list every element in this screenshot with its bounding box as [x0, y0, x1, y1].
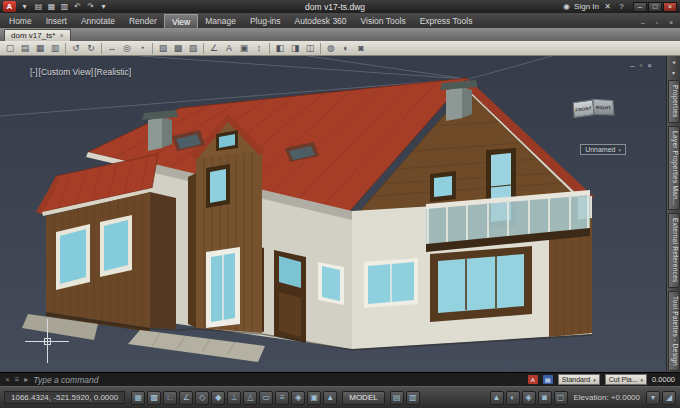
layers-icon[interactable]: ▧: [156, 42, 170, 55]
plot-icon[interactable]: ▥: [59, 1, 70, 12]
quick-properties-toggle[interactable]: ▣: [307, 391, 321, 405]
tab-render[interactable]: Render: [122, 14, 164, 28]
osnap-3d-toggle[interactable]: ◆: [211, 391, 225, 405]
viewport-close-icon[interactable]: ×: [647, 61, 652, 70]
palette-tab-properties[interactable]: Properties: [668, 80, 680, 123]
match-properties-icon[interactable]: ▨: [186, 42, 200, 55]
layer-properties-icon[interactable]: ▩: [171, 42, 185, 55]
visual-style-select[interactable]: Standard ▾: [558, 374, 600, 385]
tab-express-tools[interactable]: Express Tools: [413, 14, 480, 28]
dock-menu-icon[interactable]: ▾: [672, 69, 675, 77]
snap-toggle[interactable]: ▦: [131, 391, 145, 405]
tab-view[interactable]: View: [164, 14, 198, 28]
qat-dropdown-icon[interactable]: ▾: [98, 1, 109, 12]
palette-tab-external-references[interactable]: External References: [668, 213, 680, 288]
dyn-toggle[interactable]: ▭: [259, 391, 273, 405]
cut-plane-select[interactable]: Cut Pla... ▾: [605, 374, 647, 385]
help-icon[interactable]: ?: [616, 1, 627, 12]
redo-tool-icon[interactable]: ↻: [84, 42, 98, 55]
tab-plugins[interactable]: Plug-ins: [243, 14, 288, 28]
redo-icon[interactable]: ↷: [85, 1, 96, 12]
view-name-badge[interactable]: Unnamed ▾: [580, 144, 626, 155]
tab-home[interactable]: Home: [2, 14, 39, 28]
transparency-toggle[interactable]: ◈: [291, 391, 305, 405]
tab-vision-tools[interactable]: Vision Tools: [354, 14, 413, 28]
palette-tab-tool-palettes[interactable]: Tool Palettes - Design: [668, 291, 680, 371]
toolbar-lock-icon[interactable]: ◙: [538, 391, 552, 405]
selection-cycling-toggle[interactable]: ▲: [323, 391, 337, 405]
save-file-icon[interactable]: ▦: [33, 42, 47, 55]
viewcube-right-face[interactable]: RIGHT: [592, 99, 614, 116]
viewport-menu-control[interactable]: [-]: [30, 67, 38, 77]
coordinates-readout[interactable]: 1066.4324, -521.5920, 0.0000: [4, 391, 125, 404]
orbit-icon[interactable]: ◔: [135, 42, 149, 55]
osnap-toggle[interactable]: ◇: [195, 391, 209, 405]
undo-tool-icon[interactable]: ↺: [69, 42, 83, 55]
command-close-icon[interactable]: ×: [5, 375, 10, 384]
viewport-minimize-icon[interactable]: –: [630, 61, 634, 70]
exchange-apps-icon[interactable]: ✕: [602, 1, 613, 12]
app-menu-icon[interactable]: ▾: [19, 1, 30, 12]
open-file-icon[interactable]: ▤: [18, 42, 32, 55]
scale-badge-icon[interactable]: ▤: [543, 375, 553, 384]
file-tab[interactable]: dom v17_ts* ×: [4, 29, 71, 41]
drawing-restore-button[interactable]: ▫: [652, 17, 662, 28]
undo-icon[interactable]: ↶: [72, 1, 83, 12]
box-3d-icon[interactable]: ◫: [303, 42, 317, 55]
file-tab-close-icon[interactable]: ×: [59, 32, 63, 39]
drawing-minimize-button[interactable]: –: [638, 17, 648, 28]
status-menu-icon[interactable]: ▾: [646, 391, 660, 405]
minimize-button[interactable]: –: [633, 2, 647, 12]
measure-icon[interactable]: ∠: [207, 42, 221, 55]
close-button[interactable]: ×: [663, 2, 677, 12]
polar-toggle[interactable]: ∠: [179, 391, 193, 405]
table-icon[interactable]: ▣: [237, 42, 251, 55]
annotation-scale-icon[interactable]: ◐: [506, 391, 520, 405]
pan-icon[interactable]: ↔: [105, 42, 119, 55]
dimension-icon[interactable]: ↕: [252, 42, 266, 55]
tab-annotate[interactable]: Annotate: [74, 14, 122, 28]
status-bar: 1066.4324, -521.5920, 0.0000 ▦ ▩ ∟ ∠ ◇ ◆…: [0, 386, 680, 408]
ducs-toggle[interactable]: △: [243, 391, 257, 405]
otrack-toggle[interactable]: ⊥: [227, 391, 241, 405]
tab-insert[interactable]: Insert: [39, 14, 74, 28]
visual-style-control[interactable]: [Realistic]: [94, 67, 131, 77]
view-front-icon[interactable]: ◧: [273, 42, 287, 55]
materials-icon[interactable]: ◐: [339, 42, 353, 55]
view-name-control[interactable]: [Custom View]: [39, 67, 94, 77]
view-right-icon[interactable]: ◨: [288, 42, 302, 55]
plot-file-icon[interactable]: ▥: [48, 42, 62, 55]
viewport-restore-icon[interactable]: ▫: [639, 61, 642, 70]
autocad-logo-icon[interactable]: A: [3, 1, 16, 12]
sign-in-button[interactable]: ◉ Sign In: [561, 1, 599, 12]
drawing-canvas[interactable]: [-] [Custom View] [Realistic] – ▫ × FRON…: [0, 56, 666, 372]
render-icon[interactable]: ◍: [324, 42, 338, 55]
annotation-badge-icon[interactable]: A: [528, 375, 538, 384]
model-space-icon[interactable]: ▤: [390, 391, 404, 405]
lineweight-toggle[interactable]: ≡: [275, 391, 289, 405]
viewcube-front-face[interactable]: FRONT: [573, 99, 595, 118]
tab-manage[interactable]: Manage: [198, 14, 243, 28]
new-icon[interactable]: ▢: [3, 42, 17, 55]
zoom-icon[interactable]: ◎: [120, 42, 134, 55]
text-icon[interactable]: A: [222, 42, 236, 55]
clean-screen-icon[interactable]: ◢: [662, 391, 676, 405]
ortho-toggle[interactable]: ∟: [163, 391, 177, 405]
model-space-button[interactable]: MODEL: [342, 391, 384, 405]
command-input[interactable]: Type a command: [33, 375, 522, 385]
command-tools-icon[interactable]: ≡: [15, 375, 20, 384]
layout-space-icon[interactable]: ▥: [406, 391, 420, 405]
tab-autodesk360[interactable]: Autodesk 360: [288, 14, 354, 28]
save-icon[interactable]: ▦: [46, 1, 57, 12]
annotation-visibility-icon[interactable]: ▲: [490, 391, 504, 405]
dock-collapse-icon[interactable]: ◂: [672, 58, 675, 66]
palette-tab-layer-properties[interactable]: Layer Properties Man...: [668, 126, 680, 210]
quick-access-toolbar: ▤ ▦ ▥ ↶ ↷ ▾: [33, 1, 109, 12]
drawing-close-button[interactable]: ×: [666, 17, 676, 28]
maximize-button[interactable]: □: [648, 2, 662, 12]
grid-toggle[interactable]: ▩: [147, 391, 161, 405]
isolate-objects-icon[interactable]: ▢: [554, 391, 568, 405]
open-icon[interactable]: ▤: [33, 1, 44, 12]
lock-icon[interactable]: ◙: [354, 42, 368, 55]
workspace-switching-icon[interactable]: ◈: [522, 391, 536, 405]
